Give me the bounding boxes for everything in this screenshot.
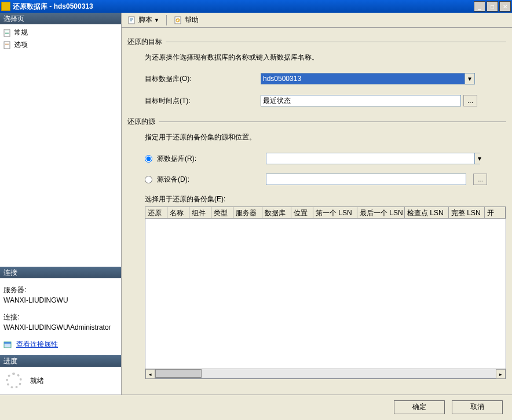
sidebar-page-options[interactable]: 选项: [1, 39, 120, 51]
svg-rect-9: [129, 17, 134, 24]
col-restore[interactable]: 还原: [145, 207, 167, 218]
svg-rect-2: [5, 32, 9, 32]
target-db-combo[interactable]: [261, 73, 475, 84]
window-title: 还原数据库 - hds0500313: [13, 2, 474, 12]
cancel-button[interactable]: 取消: [452, 400, 503, 414]
col-name[interactable]: 名称: [167, 207, 189, 218]
source-db-radio[interactable]: [145, 155, 152, 163]
help-button[interactable]: ? 帮助: [171, 14, 201, 26]
scroll-left-button[interactable]: ◂: [145, 369, 155, 379]
source-desc: 指定用于还原的备份集的源和位置。: [145, 132, 506, 142]
dialog-button-bar: 确定 取消: [0, 395, 512, 419]
sidebar: 选择页 常规 选项 连接 服务器: WANXI-LIUDINGWU 连接: WA…: [0, 13, 122, 395]
grid-header: 还原 名称 组件 类型 服务器 数据库 位置 第一个 LSN 最后一个 LSN …: [145, 207, 506, 219]
source-device-field: [266, 174, 466, 185]
col-server[interactable]: 服务器: [233, 207, 262, 218]
chevron-down-icon[interactable]: ▾: [465, 73, 474, 84]
target-time-browse-button[interactable]: ...: [463, 95, 477, 106]
svg-rect-3: [5, 33, 9, 34]
svg-rect-1: [5, 31, 9, 31]
script-icon: [127, 16, 137, 25]
properties-icon: [3, 340, 13, 349]
ok-button[interactable]: 确定: [394, 400, 445, 414]
connection-section: 服务器: WANXI-LIUDINGWU 连接: WANXI-LIUDINGWU…: [0, 278, 121, 355]
source-device-label: 源设备(D):: [157, 175, 266, 185]
col-database[interactable]: 数据库: [262, 207, 291, 218]
col-first-lsn[interactable]: 第一个 LSN: [313, 207, 357, 218]
backup-sets-grid[interactable]: 还原 名称 组件 类型 服务器 数据库 位置 第一个 LSN 最后一个 LSN …: [145, 207, 506, 379]
select-page-header: 选择页: [0, 13, 121, 24]
col-component[interactable]: 组件: [189, 207, 211, 218]
connection-label: 连接:: [3, 312, 118, 322]
app-icon: [1, 2, 10, 11]
target-db-label: 目标数据库(O):: [145, 74, 261, 84]
col-start[interactable]: 开: [485, 207, 506, 218]
view-connection-link[interactable]: 查看连接属性: [16, 340, 58, 349]
maximize-button[interactable]: □: [487, 1, 498, 12]
sidebar-page-general[interactable]: 常规: [1, 27, 120, 39]
server-label: 服务器:: [3, 285, 118, 295]
scroll-right-button[interactable]: ▸: [496, 369, 506, 379]
svg-rect-8: [4, 342, 11, 344]
chevron-down-icon[interactable]: ▾: [474, 153, 484, 164]
source-db-combo[interactable]: [266, 153, 480, 164]
script-label: 脚本: [138, 15, 152, 25]
source-device-browse-button[interactable]: ...: [473, 174, 487, 185]
source-heading: 还原的源: [127, 117, 506, 127]
target-heading: 还原的目标: [127, 37, 506, 47]
toolbar-separator: [166, 15, 167, 25]
progress-spinner-icon: [6, 373, 22, 389]
col-type[interactable]: 类型: [211, 207, 233, 218]
connection-value: WANXI-LIUDINGWU\Administrator: [3, 323, 118, 331]
svg-rect-4: [4, 42, 10, 49]
help-label: 帮助: [185, 15, 199, 25]
sidebar-page-label: 选项: [14, 40, 28, 50]
svg-rect-5: [5, 43, 9, 43]
sidebar-page-label: 常规: [14, 28, 28, 38]
col-position[interactable]: 位置: [291, 207, 313, 218]
grid-body: [145, 219, 506, 367]
server-value: WANXI-LIUDINGWU: [3, 296, 118, 304]
page-icon: [3, 41, 12, 49]
svg-rect-6: [5, 44, 9, 45]
source-device-radio[interactable]: [145, 176, 152, 183]
main-panel: 脚本 ▼ ? 帮助 还原的目标 为还原操作选择现有数据库的名称或键入新数据库名称…: [122, 13, 512, 395]
close-button[interactable]: ✕: [499, 1, 511, 12]
connection-header: 连接: [0, 267, 121, 278]
target-time-field: [261, 95, 461, 106]
help-icon: ?: [174, 16, 183, 25]
toolbar: 脚本 ▼ ? 帮助: [122, 13, 512, 28]
progress-header: 进度: [0, 355, 121, 367]
chevron-down-icon: ▼: [154, 17, 159, 23]
col-last-lsn[interactable]: 最后一个 LSN: [357, 207, 405, 218]
svg-text:?: ?: [177, 18, 180, 23]
minimize-button[interactable]: _: [474, 1, 485, 12]
backup-sets-label: 选择用于还原的备份集(E):: [145, 194, 506, 204]
target-desc: 为还原操作选择现有数据库的名称或键入新数据库名称。: [145, 53, 506, 62]
col-checkpoint-lsn[interactable]: 检查点 LSN: [405, 207, 449, 218]
page-icon: [3, 29, 12, 37]
horizontal-scrollbar[interactable]: ◂ ▸: [145, 369, 506, 378]
script-button[interactable]: 脚本 ▼: [125, 14, 162, 26]
progress-status: 就绪: [30, 376, 44, 386]
title-bar: 还原数据库 - hds0500313 _ □ ✕: [0, 0, 512, 13]
scroll-thumb[interactable]: [155, 369, 202, 378]
source-db-label: 源数据库(R):: [157, 154, 266, 164]
target-time-label: 目标时间点(T):: [145, 96, 261, 106]
col-full-lsn[interactable]: 完整 LSN: [449, 207, 485, 218]
